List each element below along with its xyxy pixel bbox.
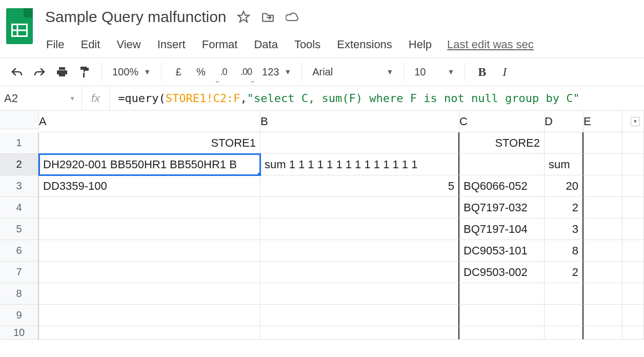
cloud-status-icon[interactable] [285, 9, 300, 25]
font-size-select[interactable]: 10 ▼ [411, 66, 457, 78]
cell-A2[interactable]: DH2920-001 BB550HR1 BB550HR1 B [39, 154, 260, 175]
cell-F3[interactable] [622, 175, 644, 197]
row-header[interactable]: 6 [0, 240, 39, 262]
cell-B3[interactable]: 5 [260, 175, 459, 197]
cell-D4[interactable]: 2 [545, 197, 583, 219]
cell-A8[interactable] [39, 283, 260, 305]
cell-A6[interactable] [39, 240, 260, 262]
cell-C9[interactable] [459, 305, 545, 326]
row-header[interactable]: 4 [0, 197, 39, 219]
cell-F9[interactable] [622, 305, 644, 326]
cell-E3[interactable] [583, 175, 622, 197]
spreadsheet-grid[interactable]: A ▾ B C D E 1 STORE1 STORE2 2 DH2920-001… [0, 111, 644, 340]
font-family-select[interactable]: Arial ▼ [309, 66, 396, 78]
cell-C4[interactable]: BQ7197-032 [459, 197, 545, 219]
cell-C10[interactable] [459, 326, 545, 340]
cell-A7[interactable] [39, 262, 260, 283]
row-header[interactable]: 2 [0, 154, 39, 175]
cell-B5[interactable] [260, 219, 459, 240]
row-header[interactable]: 7 [0, 262, 39, 283]
filter-icon[interactable]: ▾ [631, 117, 640, 126]
cell-E7[interactable] [583, 262, 622, 283]
italic-button[interactable]: I [495, 63, 514, 81]
cell-F1[interactable] [622, 132, 644, 154]
col-header-E[interactable]: E [583, 111, 622, 132]
cell-F2[interactable] [622, 154, 644, 175]
move-icon[interactable] [260, 9, 276, 25]
cell-F7[interactable] [622, 262, 644, 283]
document-title[interactable]: Sample Query malfunction [45, 7, 227, 27]
cell-F5[interactable] [622, 219, 644, 240]
cell-F10[interactable] [622, 326, 644, 340]
menu-help[interactable]: Help [408, 36, 433, 53]
cell-C2[interactable] [459, 154, 545, 175]
more-formats-select[interactable]: 123 ▼ [259, 66, 294, 78]
cell-D5[interactable]: 3 [545, 219, 583, 240]
cell-E1[interactable] [583, 132, 622, 154]
cell-D6[interactable]: 8 [545, 240, 583, 262]
cell-E10[interactable] [583, 326, 622, 340]
col-header-C[interactable]: C [459, 111, 545, 132]
print-button[interactable] [52, 63, 72, 81]
name-box[interactable]: A2 ▼ [0, 86, 82, 110]
cell-D9[interactable] [545, 305, 583, 326]
col-header-A[interactable]: A ▾ [39, 111, 260, 132]
format-currency-button[interactable]: £ [169, 63, 188, 81]
cell-D10[interactable] [545, 326, 583, 340]
cell-E9[interactable] [583, 305, 622, 326]
select-all-corner[interactable] [0, 111, 39, 129]
format-percent-button[interactable]: % [191, 63, 211, 81]
cell-F4[interactable] [622, 197, 644, 219]
cell-A3[interactable]: DD3359-100 [39, 175, 260, 197]
paint-format-button[interactable] [75, 63, 94, 81]
cell-D7[interactable]: 2 [545, 262, 583, 283]
row-header[interactable]: 5 [0, 219, 39, 240]
decrease-decimal-button[interactable]: .0 ← [214, 63, 233, 81]
cell-C1[interactable]: STORE2 [459, 132, 545, 154]
cell-A4[interactable] [39, 197, 260, 219]
cell-C8[interactable] [459, 283, 545, 305]
cell-D8[interactable] [545, 283, 583, 305]
menu-file[interactable]: File [45, 36, 65, 53]
cell-C6[interactable]: DC9053-101 [459, 240, 545, 262]
cell-E5[interactable] [583, 219, 622, 240]
redo-button[interactable] [30, 63, 49, 81]
row-header[interactable]: 3 [0, 175, 39, 197]
menu-tools[interactable]: Tools [293, 36, 321, 53]
row-header[interactable]: 8 [0, 283, 39, 305]
menu-format[interactable]: Format [201, 36, 239, 53]
increase-decimal-button[interactable]: .00 → [236, 63, 256, 81]
menu-extensions[interactable]: Extensions [336, 36, 393, 53]
zoom-select[interactable]: 100% ▼ [109, 66, 154, 78]
cell-D2[interactable]: sum [545, 154, 583, 175]
cell-E2[interactable] [583, 154, 622, 175]
cell-F6[interactable] [622, 240, 644, 262]
row-header[interactable]: 9 [0, 305, 39, 326]
cell-A10[interactable] [39, 326, 260, 340]
sheets-logo[interactable] [6, 8, 33, 44]
row-header[interactable]: 1 [0, 132, 39, 154]
bold-button[interactable]: B [472, 63, 492, 81]
col-header-B[interactable]: B [260, 111, 459, 132]
cell-B7[interactable] [260, 262, 459, 283]
cell-C5[interactable]: BQ7197-104 [459, 219, 545, 240]
menu-data[interactable]: Data [253, 36, 278, 53]
undo-button[interactable] [7, 63, 27, 81]
cell-B10[interactable] [260, 326, 459, 340]
cell-B2[interactable]: sum 1 1 1 1 1 1 1 1 1 1 1 1 1 1 [260, 154, 459, 175]
cell-B4[interactable] [260, 197, 459, 219]
last-edit-link[interactable]: Last edit was sec [447, 38, 534, 51]
cell-E6[interactable] [583, 240, 622, 262]
cell-A5[interactable] [39, 219, 260, 240]
menu-view[interactable]: View [115, 36, 142, 53]
cell-D1[interactable] [545, 132, 583, 154]
formula-input[interactable]: =query(STORE1!C2:F,"select C, sum(F) whe… [110, 92, 580, 105]
cell-E8[interactable] [583, 283, 622, 305]
cell-A1[interactable]: STORE1 [39, 132, 260, 154]
menu-edit[interactable]: Edit [79, 36, 101, 53]
cell-A9[interactable] [39, 305, 260, 326]
cell-B8[interactable] [260, 283, 459, 305]
cell-B1[interactable] [260, 132, 459, 154]
cell-F8[interactable] [622, 283, 644, 305]
cell-D3[interactable]: 20 [545, 175, 583, 197]
